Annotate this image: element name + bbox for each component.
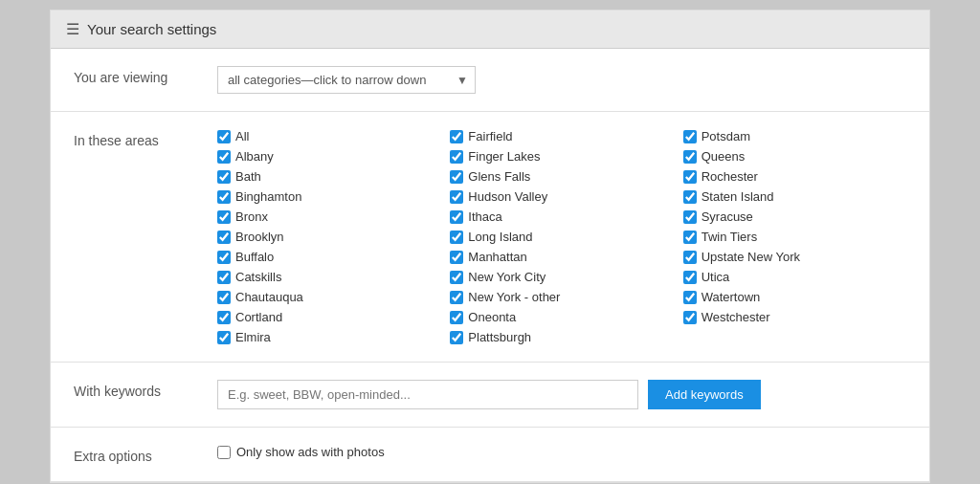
- area-item-binghamton: Binghamton: [217, 189, 440, 204]
- area-checkbox-finger-lakes[interactable]: [450, 150, 463, 164]
- area-label-all[interactable]: All: [235, 129, 249, 143]
- area-label-cortland[interactable]: Cortland: [235, 310, 282, 324]
- keywords-input[interactable]: [217, 380, 638, 409]
- area-label-westchester[interactable]: Westchester: [702, 310, 770, 324]
- area-label-new-york-other[interactable]: New York - other: [468, 290, 560, 304]
- area-label-syracuse[interactable]: Syracuse: [702, 209, 753, 224]
- area-label-glens-falls[interactable]: Glens Falls: [468, 169, 530, 184]
- area-label-oneonta[interactable]: Oneonta: [468, 310, 516, 324]
- area-checkbox-long-island[interactable]: [450, 231, 463, 244]
- area-checkbox-watertown[interactable]: [683, 291, 697, 304]
- area-label-ithaca[interactable]: Ithaca: [468, 209, 501, 224]
- area-checkbox-new-york-city[interactable]: [450, 271, 463, 284]
- area-checkbox-bath[interactable]: [217, 170, 231, 184]
- area-item-buffalo: Buffalo: [217, 250, 440, 264]
- area-label-brooklyn[interactable]: Brooklyn: [235, 230, 284, 244]
- area-label-bath[interactable]: Bath: [235, 169, 261, 184]
- area-item-ithaca: Ithaca: [450, 209, 673, 224]
- area-checkbox-elmira[interactable]: [217, 331, 231, 344]
- area-label-catskills[interactable]: Catskills: [235, 270, 281, 284]
- viewing-label: You are viewing: [74, 66, 198, 85]
- area-checkbox-glens-falls[interactable]: [450, 170, 463, 184]
- areas-grid: AllFairfieldPotsdamAlbanyFinger LakesQue…: [217, 129, 906, 344]
- area-label-finger-lakes[interactable]: Finger Lakes: [468, 149, 540, 164]
- area-checkbox-hudson-valley[interactable]: [450, 190, 463, 204]
- area-checkbox-twin-tiers[interactable]: [683, 231, 697, 244]
- area-label-rochester[interactable]: Rochester: [702, 169, 758, 184]
- area-label-bronx[interactable]: Bronx: [235, 209, 268, 224]
- area-checkbox-chautauqua[interactable]: [217, 291, 231, 304]
- area-item-oneonta: Oneonta: [450, 310, 673, 324]
- area-label-binghamton[interactable]: Binghamton: [235, 189, 301, 204]
- area-checkbox-buffalo[interactable]: [217, 251, 231, 264]
- area-item-long-island: Long Island: [450, 230, 673, 244]
- area-checkbox-upstate-new-york[interactable]: [683, 251, 697, 264]
- area-checkbox-manhattan[interactable]: [450, 251, 463, 264]
- area-checkbox-plattsburgh[interactable]: [450, 331, 463, 344]
- area-checkbox-catskills[interactable]: [217, 271, 231, 284]
- area-label-queens[interactable]: Queens: [702, 149, 746, 164]
- area-item-cortland: Cortland: [217, 310, 440, 324]
- area-label-potsdam[interactable]: Potsdam: [702, 129, 750, 143]
- area-label-staten-island[interactable]: Staten Island: [702, 189, 774, 204]
- area-label-albany[interactable]: Albany: [235, 149, 274, 164]
- area-checkbox-oneonta[interactable]: [450, 311, 463, 324]
- photos-option-row: Only show ads with photos: [217, 445, 906, 459]
- area-item-rochester: Rochester: [683, 169, 906, 184]
- menu-icon: ☰: [66, 20, 79, 38]
- area-checkbox-fairfield[interactable]: [450, 130, 463, 143]
- area-checkbox-westchester[interactable]: [683, 311, 697, 324]
- photos-label[interactable]: Only show ads with photos: [236, 445, 385, 459]
- area-item-staten-island: Staten Island: [683, 189, 906, 204]
- category-dropdown[interactable]: all categories—click to narrow down: [217, 66, 476, 94]
- area-item-brooklyn: Brooklyn: [217, 230, 440, 244]
- area-checkbox-new-york-other[interactable]: [450, 291, 463, 304]
- area-checkbox-staten-island[interactable]: [683, 190, 697, 204]
- area-label-utica[interactable]: Utica: [702, 270, 730, 284]
- area-label-buffalo[interactable]: Buffalo: [235, 250, 274, 264]
- area-label-upstate-new-york[interactable]: Upstate New York: [702, 250, 800, 264]
- area-checkbox-all[interactable]: [217, 130, 231, 143]
- area-checkbox-cortland[interactable]: [217, 311, 231, 324]
- extra-options-section: Extra options Only show ads with photos: [51, 428, 929, 482]
- keywords-label: With keywords: [74, 380, 198, 399]
- area-checkbox-binghamton[interactable]: [217, 190, 231, 204]
- area-label-long-island[interactable]: Long Island: [468, 230, 532, 244]
- area-label-fairfield[interactable]: Fairfield: [468, 129, 512, 143]
- content: You are viewing all categories—click to …: [51, 49, 929, 482]
- area-checkbox-queens[interactable]: [683, 150, 697, 164]
- area-item-plattsburgh: Plattsburgh: [450, 330, 673, 344]
- area-item-new-york-city: New York City: [450, 270, 673, 284]
- area-label-plattsburgh[interactable]: Plattsburgh: [468, 330, 531, 344]
- area-label-manhattan[interactable]: Manhattan: [468, 250, 526, 264]
- area-item-chautauqua: Chautauqua: [217, 290, 440, 304]
- area-checkbox-bronx[interactable]: [217, 210, 231, 224]
- area-item-potsdam: Potsdam: [683, 129, 906, 143]
- keywords-section: With keywords Add keywords: [51, 363, 929, 428]
- area-item-hudson-valley: Hudson Valley: [450, 189, 673, 204]
- area-label-elmira[interactable]: Elmira: [235, 330, 271, 344]
- viewing-section: You are viewing all categories—click to …: [51, 49, 929, 112]
- area-item-manhattan: Manhattan: [450, 250, 673, 264]
- area-checkbox-brooklyn[interactable]: [217, 231, 231, 244]
- add-keywords-button[interactable]: Add keywords: [648, 380, 761, 409]
- area-label-chautauqua[interactable]: Chautauqua: [235, 290, 303, 304]
- area-checkbox-utica[interactable]: [683, 271, 697, 284]
- area-checkbox-rochester[interactable]: [683, 170, 697, 184]
- area-item-upstate-new-york: Upstate New York: [683, 250, 906, 264]
- keywords-row: Add keywords: [217, 380, 906, 409]
- area-checkbox-ithaca[interactable]: [450, 210, 463, 224]
- area-checkbox-albany[interactable]: [217, 150, 231, 164]
- photos-checkbox[interactable]: [217, 446, 231, 459]
- area-checkbox-potsdam[interactable]: [683, 130, 697, 143]
- area-label-new-york-city[interactable]: New York City: [468, 270, 546, 284]
- area-item-glens-falls: Glens Falls: [450, 169, 673, 184]
- area-item-all: All: [217, 129, 440, 143]
- area-item-bronx: Bronx: [217, 209, 440, 224]
- area-label-watertown[interactable]: Watertown: [702, 290, 761, 304]
- header-title: Your search settings: [87, 21, 216, 37]
- area-item-westchester: Westchester: [683, 310, 906, 324]
- area-label-twin-tiers[interactable]: Twin Tiers: [702, 230, 758, 244]
- area-label-hudson-valley[interactable]: Hudson Valley: [468, 189, 547, 204]
- area-checkbox-syracuse[interactable]: [683, 210, 697, 224]
